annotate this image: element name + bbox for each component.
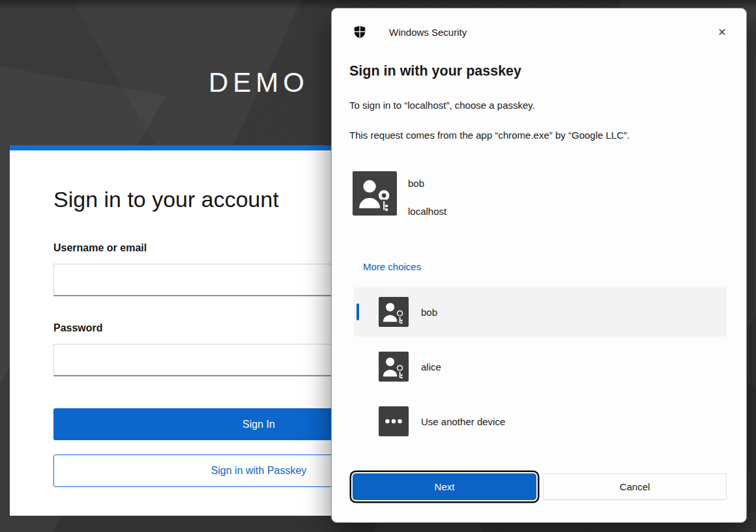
ellipsis-icon bbox=[379, 406, 409, 436]
choice-row-bob[interactable]: bob bbox=[354, 287, 727, 337]
selected-account-name: bob bbox=[408, 178, 424, 189]
next-button[interactable]: Next bbox=[353, 473, 536, 500]
dialog-body-line1: To sign in to “localhost”, choose a pass… bbox=[349, 100, 535, 111]
choice-label: alice bbox=[421, 342, 441, 391]
windows-security-dialog: Windows Security ✕ Sign in with your pas… bbox=[331, 8, 747, 523]
username-label: Username or email bbox=[53, 242, 147, 254]
passkey-user-icon bbox=[353, 171, 397, 216]
close-icon[interactable]: ✕ bbox=[712, 23, 732, 41]
passkey-user-icon bbox=[379, 297, 409, 327]
dialog-body-line2: This request comes from the app “chrome.… bbox=[349, 130, 630, 141]
choice-row-alice[interactable]: alice bbox=[354, 342, 727, 391]
dialog-title: Windows Security bbox=[389, 27, 467, 38]
password-label: Password bbox=[53, 322, 103, 334]
login-heading: Sign in to your account bbox=[53, 187, 279, 212]
choice-label: bob bbox=[421, 287, 437, 337]
selected-account-domain: localhost bbox=[408, 206, 446, 217]
screen: DEMO Sign in to your account Username or… bbox=[0, 0, 756, 532]
choice-row-use-another-device[interactable]: Use another device bbox=[354, 397, 727, 446]
dialog-heading: Sign in with your passkey bbox=[349, 63, 521, 79]
selection-indicator bbox=[356, 303, 359, 320]
windows-defender-shield-icon bbox=[353, 25, 367, 39]
more-choices-link[interactable]: More choices bbox=[363, 261, 421, 272]
passkey-user-icon bbox=[379, 352, 409, 382]
choice-label: Use another device bbox=[421, 397, 505, 446]
cancel-button[interactable]: Cancel bbox=[543, 473, 727, 500]
